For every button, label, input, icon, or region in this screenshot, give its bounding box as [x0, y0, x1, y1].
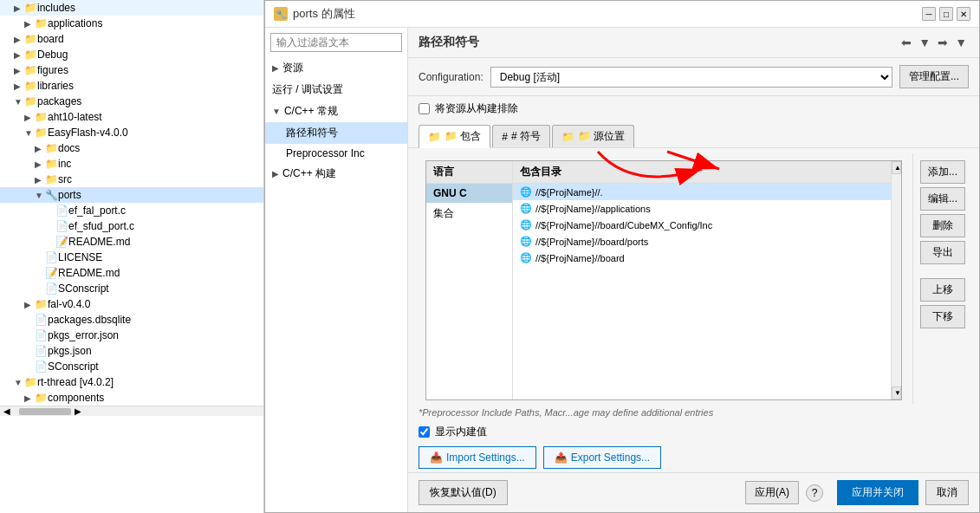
path-item-5[interactable]: 🌐 //${ProjName}//board	[513, 250, 891, 266]
nav-item-preprocessor[interactable]: Preprocessor Inc	[265, 144, 407, 163]
tab-source-location[interactable]: 📁 📁 源位置	[552, 125, 634, 147]
path-item-4[interactable]: 🌐 //${ProjName}//board/ports	[513, 233, 891, 250]
back-button[interactable]: ⬅	[899, 36, 913, 49]
minimize-button[interactable]: ─	[922, 7, 936, 21]
scroll-thumb[interactable]	[19, 408, 71, 415]
apply-close-button[interactable]: 应用并关闭	[837, 480, 918, 505]
lang-assembly[interactable]: 集合	[426, 203, 512, 224]
tree-item-easyflash[interactable]: ▼ 📁 EasyFlash-v4.0.0	[0, 125, 263, 140]
tree-item-aht10[interactable]: ▶ 📁 aht10-latest	[0, 109, 263, 125]
scroll-indicator[interactable]: ▲ ▼	[891, 161, 901, 399]
dropdown2-button[interactable]: ▼	[953, 36, 969, 49]
tree-item-pkgs-json[interactable]: 📄 pkgs.json	[0, 343, 263, 359]
nav-item-run-debug[interactable]: 运行 / 调试设置	[265, 79, 407, 101]
help-button[interactable]: ?	[806, 484, 823, 502]
horizontal-scrollbar[interactable]: ◀ ▶	[0, 406, 263, 416]
expand-icon	[45, 237, 55, 247]
expand-icon	[24, 331, 35, 341]
path-label-1: //${ProjName}//.	[535, 187, 603, 198]
scroll-right-btn[interactable]: ▶	[75, 406, 81, 416]
show-builtin-checkbox[interactable]	[419, 426, 430, 438]
config-select[interactable]: Debug [活动]	[490, 67, 892, 88]
tree-item-components[interactable]: ▶ 📁 components	[0, 390, 263, 406]
apply-button[interactable]: 应用(A)	[745, 481, 799, 504]
expand-icon: ▶	[14, 3, 24, 13]
path-item-2[interactable]: 🌐 //${ProjName}//applications	[513, 200, 891, 217]
tree-item-inc[interactable]: ▶ 📁 inc	[0, 156, 263, 172]
dropdown-button[interactable]: ▼	[917, 36, 932, 49]
add-button[interactable]: 添加...	[920, 160, 965, 184]
nav-item-resources[interactable]: ▶ 资源	[265, 57, 407, 79]
delete-button[interactable]: 删除	[920, 214, 965, 237]
tree-item-packages-db[interactable]: 📄 packages.dbsqlite	[0, 312, 263, 328]
scroll-up-btn[interactable]: ▲	[892, 161, 901, 174]
edit-button[interactable]: 编辑...	[920, 187, 965, 211]
path-icon-5: 🌐	[520, 252, 532, 263]
tree-item-debug[interactable]: ▶ 📁 Debug	[0, 47, 263, 62]
file-icon: 📄	[35, 314, 48, 326]
import-settings-button[interactable]: 📥 Import Settings...	[419, 446, 536, 469]
folder-icon: 📁	[45, 158, 58, 170]
tree-item-applications[interactable]: ▶ 📁 applications	[0, 16, 263, 31]
tree-item-readme-easy[interactable]: 📝 README.md	[0, 265, 263, 281]
forward-button[interactable]: ➡	[936, 36, 950, 49]
tree-item-readme-ports[interactable]: 📝 README.md	[0, 234, 263, 250]
tree-item-includes[interactable]: ▶ 📁 includes	[0, 0, 263, 16]
tree-item-src[interactable]: ▶ 📁 src	[0, 172, 263, 187]
tree-item-rtthread[interactable]: ▼ 📁 rt-thread [v4.0.2]	[0, 374, 263, 390]
export-label: Export Settings...	[571, 451, 650, 464]
path-item-1[interactable]: 🌐 //${ProjName}//.	[513, 184, 891, 200]
manage-config-button[interactable]: 管理配置...	[899, 65, 969, 88]
path-item-3[interactable]: 🌐 //${ProjName}//board/CubeMX_Config/Inc	[513, 217, 891, 233]
file-tree[interactable]: ▶ 📁 includes ▶ 📁 applications ▶ 📁 board …	[0, 0, 264, 513]
path-icon-3: 🌐	[520, 219, 532, 231]
paths-panel: 包含目录 🌐 //${ProjName}//. 🌐 //${ProjName}/…	[513, 161, 891, 399]
nav-label: Preprocessor Inc	[286, 147, 365, 159]
tree-item-pkgs-error[interactable]: 📄 pkgs_error.json	[0, 328, 263, 343]
nav-label: 资源	[282, 61, 303, 75]
tree-item-docs[interactable]: ▶ 📁 docs	[0, 140, 263, 156]
scroll-down-btn[interactable]: ▼	[892, 386, 901, 399]
tree-item-board[interactable]: ▶ 📁 board	[0, 31, 263, 47]
close-button[interactable]: ✕	[957, 7, 970, 21]
tree-item-ports[interactable]: ▼ 🔧 ports	[0, 187, 263, 203]
export-button[interactable]: 导出	[920, 241, 965, 264]
config-row: Configuration: Debug [活动] 管理配置...	[408, 58, 979, 96]
restore-defaults-button[interactable]: 恢复默认值(D)	[419, 480, 508, 505]
show-builtin-label: 显示内建值	[435, 425, 487, 439]
export-settings-button[interactable]: 📤 Export Settings...	[543, 446, 661, 469]
lang-label: GNU C	[433, 187, 467, 199]
tree-item-ef-fal-port[interactable]: 📄 ef_fal_port.c	[0, 203, 263, 218]
tree-item-sconscript-pkg[interactable]: 📄 SConscript	[0, 359, 263, 374]
folder-icon: 📁	[24, 95, 37, 107]
expand-icon	[35, 284, 45, 294]
tree-label: applications	[48, 17, 102, 29]
cancel-button[interactable]: 取消	[925, 480, 969, 505]
expand-icon	[45, 222, 55, 231]
lang-gnu-c[interactable]: GNU C	[426, 184, 512, 203]
maximize-button[interactable]: □	[939, 7, 953, 21]
content-header: 路径和符号 ⬅ ▼ ➡ ▼	[408, 28, 979, 58]
move-up-button[interactable]: 上移	[920, 278, 965, 302]
tree-label: ef_sfud_port.c	[68, 220, 134, 232]
folder-icon: 📁	[35, 111, 48, 123]
tree-item-ef-sfud-port[interactable]: 📄 ef_sfud_port.c	[0, 218, 263, 234]
tree-item-figures[interactable]: ▶ 📁 figures	[0, 62, 263, 78]
tree-item-libraries[interactable]: ▶ 📁 libraries	[0, 78, 263, 94]
nav-label: 运行 / 调试设置	[272, 82, 343, 97]
tree-item-license[interactable]: 📄 LICENSE	[0, 250, 263, 265]
tree-item-fal[interactable]: ▶ 📁 fal-v0.4.0	[0, 296, 263, 312]
nav-arrows: ⬅ ▼ ➡ ▼	[899, 36, 969, 49]
move-down-button[interactable]: 下移	[920, 305, 965, 328]
tree-item-sconscript-easy[interactable]: 📄 SConscript	[0, 281, 263, 296]
scroll-left-btn[interactable]: ◀	[3, 406, 10, 416]
expand-icon: ▶	[35, 175, 45, 185]
nav-item-cpp-build[interactable]: ▶ C/C++ 构建	[265, 163, 407, 185]
exclude-checkbox[interactable]	[419, 103, 430, 114]
tab-symbols[interactable]: # # 符号	[492, 125, 550, 147]
nav-item-cpp-general[interactable]: ▼ C/C++ 常规	[265, 101, 407, 122]
tree-item-packages[interactable]: ▼ 📁 packages	[0, 94, 263, 109]
tab-includes[interactable]: 📁 📁 包含	[419, 125, 490, 148]
filter-input[interactable]	[270, 33, 402, 52]
nav-item-path-symbol[interactable]: 路径和符号	[265, 122, 407, 144]
